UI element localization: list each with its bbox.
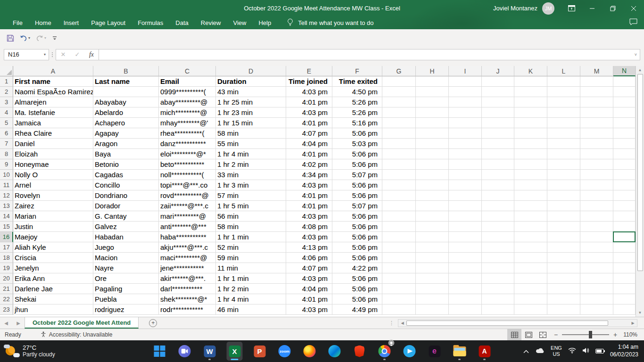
- row-header-8[interactable]: 8: [0, 149, 13, 159]
- cell-A12[interactable]: Rovelyn: [13, 190, 93, 201]
- cell-J3[interactable]: [482, 97, 514, 107]
- cell-E21[interactable]: 4:04 pm: [286, 284, 332, 294]
- cell-H12[interactable]: [416, 190, 449, 201]
- cell-I19[interactable]: [449, 263, 482, 273]
- cell-A18[interactable]: Criscia: [13, 253, 93, 263]
- cell-L20[interactable]: [547, 273, 580, 284]
- cell-H3[interactable]: [416, 97, 449, 107]
- cell-K2[interactable]: [514, 87, 547, 97]
- cell-H13[interactable]: [416, 201, 449, 211]
- cell-C13[interactable]: zaii******@***.c: [159, 201, 216, 211]
- cell-L23[interactable]: [547, 304, 580, 315]
- cell-H21[interactable]: [416, 284, 449, 294]
- cell-L19[interactable]: [547, 263, 580, 273]
- ribbon-tab-view[interactable]: View: [227, 16, 252, 29]
- cell-K5[interactable]: [514, 118, 547, 128]
- cell-N5[interactable]: [613, 118, 636, 128]
- tab-scroll-dots[interactable]: ⋮: [389, 320, 395, 326]
- cell-D10[interactable]: 33 min: [216, 170, 286, 180]
- cell-B2[interactable]: [93, 87, 159, 97]
- ribbon-tab-file[interactable]: File: [7, 16, 29, 29]
- cell-J22[interactable]: [482, 294, 514, 304]
- row-header-4[interactable]: 4: [0, 107, 13, 118]
- cell-E16[interactable]: 4:03 pm: [286, 232, 332, 242]
- cell-C6[interactable]: rhea**********(: [159, 128, 216, 139]
- cell-N14[interactable]: [613, 211, 636, 222]
- cell-D2[interactable]: 43 min: [216, 87, 286, 97]
- cell-C12[interactable]: rovd**********@: [159, 190, 216, 201]
- row-header-19[interactable]: 19: [0, 263, 13, 273]
- cell-F20[interactable]: 5:06 pm: [332, 273, 382, 284]
- cell-I11[interactable]: [449, 180, 482, 190]
- cell-L21[interactable]: [547, 284, 580, 294]
- normal-view-icon[interactable]: [507, 329, 521, 340]
- cell-M7[interactable]: [580, 139, 613, 149]
- cell-B14[interactable]: G. Cantay: [93, 211, 159, 222]
- cell-G20[interactable]: [382, 273, 416, 284]
- cell-H1[interactable]: [416, 76, 449, 87]
- cell-C15[interactable]: anti*******@***: [159, 222, 216, 232]
- taskbar-icon-word[interactable]: W: [202, 342, 218, 361]
- cell-M5[interactable]: [580, 118, 613, 128]
- cell-H16[interactable]: [416, 232, 449, 242]
- scroll-up-icon[interactable]: ▲: [636, 66, 644, 74]
- row-header-20[interactable]: 20: [0, 273, 13, 284]
- cell-J10[interactable]: [482, 170, 514, 180]
- page-break-view-icon[interactable]: [536, 329, 550, 340]
- cell-J4[interactable]: [482, 107, 514, 118]
- redo-dropdown-icon[interactable]: ▾: [44, 36, 46, 40]
- cell-I7[interactable]: [449, 139, 482, 149]
- taskbar-icon-start[interactable]: [152, 342, 168, 361]
- cell-D12[interactable]: 57 min: [216, 190, 286, 201]
- cell-A8[interactable]: Eloizah: [13, 149, 93, 159]
- cell-C14[interactable]: mari*********@: [159, 211, 216, 222]
- cell-L17[interactable]: [547, 242, 580, 253]
- cell-K19[interactable]: [514, 263, 547, 273]
- cell-K10[interactable]: [514, 170, 547, 180]
- cell-D3[interactable]: 1 hr 25 min: [216, 97, 286, 107]
- cell-D19[interactable]: 11 min: [216, 263, 286, 273]
- ribbon-tab-formulas[interactable]: Formulas: [132, 16, 169, 29]
- cell-I16[interactable]: [449, 232, 482, 242]
- cell-A15[interactable]: Justin: [13, 222, 93, 232]
- row-header-3[interactable]: 3: [0, 97, 13, 107]
- scroll-down-icon[interactable]: ▼: [636, 309, 644, 317]
- cell-K8[interactable]: [514, 149, 547, 159]
- zoom-slider-handle[interactable]: [589, 331, 592, 338]
- restore-button[interactable]: [603, 0, 623, 16]
- cell-F23[interactable]: 4:49 pm: [332, 304, 382, 315]
- cell-C8[interactable]: eloi*********@*: [159, 149, 216, 159]
- cell-L8[interactable]: [547, 149, 580, 159]
- cell-K1[interactable]: [514, 76, 547, 87]
- cell-I13[interactable]: [449, 201, 482, 211]
- ribbon-tab-page-layout[interactable]: Page Layout: [85, 16, 132, 29]
- cell-L9[interactable]: [547, 159, 580, 170]
- cell-M19[interactable]: [580, 263, 613, 273]
- cell-F11[interactable]: 5:06 pm: [332, 180, 382, 190]
- cell-H8[interactable]: [416, 149, 449, 159]
- cell-A3[interactable]: Almarejen: [13, 97, 93, 107]
- cell-K22[interactable]: [514, 294, 547, 304]
- zoom-level[interactable]: 110%: [621, 331, 644, 338]
- cell-L15[interactable]: [547, 222, 580, 232]
- cell-E18[interactable]: 4:06 pm: [286, 253, 332, 263]
- cell-F14[interactable]: 5:06 pm: [332, 211, 382, 222]
- cell-A7[interactable]: Daniel: [13, 139, 93, 149]
- cell-K16[interactable]: [514, 232, 547, 242]
- cell-K18[interactable]: [514, 253, 547, 263]
- cell-G19[interactable]: [382, 263, 416, 273]
- column-header-H[interactable]: H: [416, 66, 449, 76]
- cell-K17[interactable]: [514, 242, 547, 253]
- column-header-G[interactable]: G: [382, 66, 416, 76]
- taskbar-icon-zoom[interactable]: zoom: [277, 342, 293, 361]
- row-header-6[interactable]: 6: [0, 128, 13, 139]
- cell-I18[interactable]: [449, 253, 482, 263]
- cell-H14[interactable]: [416, 211, 449, 222]
- page-layout-view-icon[interactable]: [521, 329, 536, 340]
- column-header-M[interactable]: M: [580, 66, 613, 76]
- cell-A14[interactable]: Marian: [13, 211, 93, 222]
- row-header-14[interactable]: 14: [0, 211, 13, 222]
- cell-B18[interactable]: Macion: [93, 253, 159, 263]
- column-header-B[interactable]: B: [93, 66, 159, 76]
- new-sheet-button[interactable]: +: [149, 319, 157, 327]
